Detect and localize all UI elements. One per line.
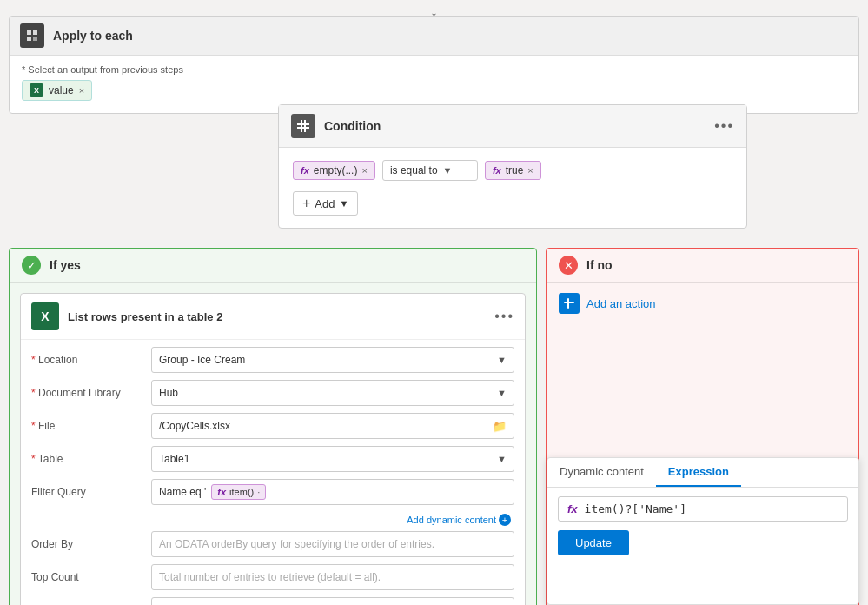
apply-each-icon — [20, 23, 44, 48]
svg-rect-0 — [27, 30, 31, 35]
add-dynamic-button[interactable]: Add dynamic content + — [403, 512, 514, 528]
if-yes-title: If yes — [50, 258, 81, 272]
true-tag[interactable]: fx true × — [485, 161, 541, 180]
excel-icon-large: X — [31, 302, 59, 330]
condition-body: fx empty(...) × is equal to ▼ fx true × … — [279, 148, 746, 228]
empty-tag-close[interactable]: × — [361, 166, 367, 176]
skip-count-row: Skip Count The number of entries to skip… — [31, 597, 514, 605]
condition-icon — [291, 114, 315, 138]
order-by-label: Order By — [31, 538, 144, 550]
item-tag-close[interactable]: · — [257, 488, 260, 497]
panel-tabs: Dynamic content Expression — [547, 458, 858, 488]
filter-query-label: Filter Query — [31, 486, 144, 498]
true-fx-label: fx — [493, 165, 501, 176]
condition-header: Condition ••• — [279, 105, 746, 148]
location-dropdown-arrow: ▼ — [497, 355, 507, 365]
doc-library-input[interactable]: Hub ▼ — [151, 380, 514, 406]
true-tag-text: true — [506, 164, 524, 176]
add-condition-button[interactable]: + Add ▼ — [293, 191, 358, 216]
table-row: Table Table1 ▼ — [31, 446, 514, 472]
svg-rect-3 — [33, 37, 37, 41]
is-equal-to-text: is equal to — [390, 164, 438, 176]
if-no-title: If no — [586, 258, 613, 272]
update-button[interactable]: Update — [558, 530, 629, 555]
add-dynamic-label: Add dynamic content — [407, 515, 496, 525]
file-label: File — [31, 420, 144, 432]
location-value: Group - Ice Cream — [159, 354, 245, 366]
item-tag-text: item() — [229, 487, 254, 497]
filter-query-row: Filter Query Name eq ' fx item() · — [31, 479, 514, 505]
svg-rect-9 — [567, 298, 569, 309]
empty-fx-label: fx — [301, 165, 309, 176]
file-input[interactable]: /CopyCells.xlsx 📁 — [151, 413, 514, 439]
true-tag-close[interactable]: × — [527, 166, 533, 176]
value-tag-text: value — [49, 84, 74, 96]
location-input[interactable]: Group - Ice Cream ▼ — [151, 347, 514, 373]
empty-tag-text: empty(...) — [314, 164, 358, 176]
condition-more-button[interactable]: ••• — [714, 118, 734, 134]
folder-icon: 📁 — [493, 420, 507, 433]
top-count-label: Top Count — [31, 571, 144, 583]
order-by-row: Order By An ODATA orderBy query for spec… — [31, 531, 514, 557]
action-card-header: X List rows present in a table 2 ••• — [21, 294, 525, 340]
order-by-input[interactable]: An ODATA orderBy query for specifying th… — [151, 531, 514, 557]
value-tag-close[interactable]: × — [79, 86, 84, 96]
add-plus-icon: + — [302, 196, 310, 211]
action-body: Location Group - Ice Cream ▼ Document Li… — [21, 340, 525, 605]
condition-title: Condition — [324, 119, 381, 133]
apply-each-header: Apply to each — [10, 17, 858, 56]
action-title: List rows present in a table 2 — [68, 310, 222, 323]
expression-tab[interactable]: Expression — [656, 458, 741, 487]
doc-library-dropdown-arrow: ▼ — [497, 388, 507, 398]
dynamic-content-tab[interactable]: Dynamic content — [547, 458, 656, 487]
add-dynamic-plus-icon: + — [499, 514, 511, 526]
order-by-placeholder: An ODATA orderBy query for specifying th… — [159, 538, 434, 550]
doc-library-value: Hub — [159, 387, 178, 399]
filter-query-input[interactable]: Name eq ' fx item() · — [151, 479, 514, 505]
is-equal-to-dropdown[interactable]: is equal to ▼ — [382, 160, 478, 181]
add-label: Add — [315, 197, 335, 210]
add-dynamic-row: Add dynamic content + — [31, 512, 514, 528]
apply-each-title: Apply to each — [53, 29, 133, 43]
condition-header-left: Condition — [291, 114, 381, 138]
top-count-placeholder: Total number of entries to retrieve (def… — [159, 571, 381, 583]
add-action-button[interactable]: Add an action — [547, 283, 858, 324]
if-yes-branch: ✓ If yes X List rows present in a table … — [9, 248, 537, 605]
action-more-button[interactable]: ••• — [494, 309, 514, 324]
table-input[interactable]: Table1 ▼ — [151, 446, 514, 472]
value-tag[interactable]: X value × — [22, 80, 92, 101]
svg-rect-2 — [27, 37, 31, 41]
skip-count-input[interactable]: The number of entries to skip (default =… — [151, 597, 514, 605]
select-output-label: * Select an output from previous steps — [22, 64, 846, 75]
location-label: Location — [31, 354, 144, 366]
add-action-label: Add an action — [586, 297, 656, 310]
apply-each-block: Apply to each * Select an output from pr… — [9, 16, 859, 114]
file-value: /CopyCells.xlsx — [159, 420, 230, 432]
location-row: Location Group - Ice Cream ▼ — [31, 347, 514, 373]
item-tag[interactable]: fx item() · — [211, 484, 266, 500]
if-yes-icon: ✓ — [22, 256, 41, 275]
add-action-icon — [559, 293, 580, 314]
top-count-input[interactable]: Total number of entries to retrieve (def… — [151, 564, 514, 590]
empty-tag[interactable]: fx empty(...) × — [293, 161, 375, 180]
svg-rect-7 — [304, 120, 306, 132]
if-no-icon: ✕ — [559, 256, 578, 275]
expression-input[interactable]: item()?['Name'] — [585, 502, 838, 515]
condition-row: fx empty(...) × is equal to ▼ fx true × — [293, 160, 732, 181]
svg-rect-4 — [297, 123, 309, 125]
top-count-row: Top Count Total number of entries to ret… — [31, 564, 514, 590]
doc-library-label: Document Library — [31, 387, 144, 399]
expression-row: fx item()?['Name'] — [558, 496, 848, 522]
side-panel: Dynamic content Expression fx item()?['N… — [547, 457, 859, 605]
panel-fx-icon: fx — [567, 502, 578, 515]
action-card: X List rows present in a table 2 ••• Loc… — [20, 293, 526, 605]
condition-block: Condition ••• fx empty(...) × is equal t… — [278, 104, 747, 229]
svg-rect-1 — [33, 30, 37, 35]
table-dropdown-arrow: ▼ — [497, 454, 507, 464]
table-label: Table — [31, 453, 144, 465]
table-value: Table1 — [159, 453, 189, 465]
file-row: File /CopyCells.xlsx 📁 — [31, 413, 514, 439]
svg-rect-6 — [301, 120, 302, 132]
action-card-header-left: X List rows present in a table 2 — [31, 302, 222, 330]
svg-rect-5 — [297, 127, 309, 129]
